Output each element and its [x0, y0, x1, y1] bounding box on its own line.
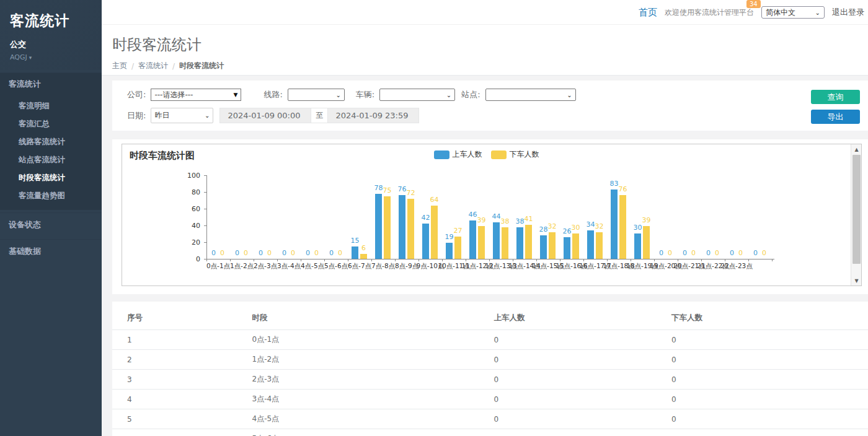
- chevron-down-icon: ⌄: [815, 9, 820, 16]
- table-cell: 0: [671, 350, 868, 370]
- sidebar-item[interactable]: 设备状态: [0, 212, 102, 237]
- bar-boarding[interactable]: [516, 227, 523, 259]
- table-cell: 0: [494, 409, 671, 429]
- bar-boarding[interactable]: [375, 194, 382, 259]
- vehicle-select[interactable]: ⌄: [379, 89, 455, 101]
- bar-boarding[interactable]: [564, 237, 570, 259]
- bar-boarding[interactable]: [540, 235, 547, 259]
- date-to-input[interactable]: 2024-01-09 23:59: [327, 108, 419, 123]
- language-select[interactable]: 简体中文 ⌄: [761, 6, 825, 19]
- bar-boarding[interactable]: [399, 195, 405, 259]
- breadcrumb: 主页/客流统计/时段客流统计: [112, 61, 868, 71]
- table-row[interactable]: 65点-6点00: [112, 429, 868, 436]
- line-select[interactable]: ⌄: [288, 89, 345, 101]
- bar-alighting[interactable]: [596, 232, 603, 259]
- x-tick-mark: [277, 259, 278, 261]
- bar-boarding[interactable]: [422, 224, 429, 259]
- chart-card: 时段车流统计图 上车人数下车人数 020406080100000点-1点001点…: [112, 139, 868, 294]
- bar-boarding[interactable]: [493, 222, 500, 259]
- bar-value-label: 64: [425, 196, 444, 204]
- bar-alighting[interactable]: [454, 237, 461, 259]
- topbar: 首页 欢迎使用客流统计管理平台 34 简体中文 ⌄ 退出登录: [102, 0, 868, 25]
- table-cell: 0: [671, 370, 868, 390]
- bar-boarding[interactable]: [587, 230, 594, 259]
- sidebar-subitem[interactable]: 客流量趋势图: [0, 187, 102, 205]
- home-link[interactable]: 首页: [639, 7, 657, 19]
- bar-alighting[interactable]: [525, 225, 532, 259]
- bar-alighting[interactable]: [407, 199, 414, 259]
- sidebar-section-passenger-stats: 客流统计客流明细客流汇总线路客流统计站点客流统计时段客流统计客流量趋势图: [0, 72, 102, 210]
- x-tick-mark: [607, 259, 608, 261]
- scroll-up-arrow-icon[interactable]: ▲: [851, 144, 862, 154]
- bar-alighting[interactable]: [643, 226, 650, 259]
- user-dropdown[interactable]: AQGJ▾: [10, 53, 93, 61]
- welcome-text: 欢迎使用客流统计管理平台: [665, 7, 754, 18]
- sidebar-subitem[interactable]: 客流明细: [0, 97, 102, 115]
- chevron-down-icon: ⌄: [567, 92, 572, 98]
- bar-boarding[interactable]: [634, 233, 641, 259]
- sidebar-subitem[interactable]: 客流汇总: [0, 115, 102, 133]
- breadcrumb-separator: /: [172, 62, 175, 71]
- table-header-cell: 序号: [112, 307, 252, 330]
- table-header-row: 序号时段上车人数下车人数: [112, 307, 868, 330]
- bar-alighting[interactable]: [572, 233, 579, 259]
- x-tick-mark: [513, 259, 513, 261]
- bar-boarding[interactable]: [611, 190, 618, 259]
- filter-row-1: 公司: ---请选择--- ▼ 线路: ⌄ 车辆: ⌄ 站点:: [127, 89, 868, 101]
- sidebar-submenu: 客流明细客流汇总线路客流统计站点客流统计时段客流统计客流量趋势图: [0, 95, 102, 210]
- x-tick-mark: [725, 259, 725, 261]
- sidebar-item[interactable]: 基础数据: [0, 239, 102, 263]
- date-from-input[interactable]: 2024-01-09 00:00: [219, 108, 311, 123]
- company-select[interactable]: ---请选择--- ▼: [151, 89, 241, 101]
- y-tick-label: 20: [179, 238, 200, 246]
- table-cell: 0: [494, 330, 671, 350]
- table-cell: 6: [112, 429, 252, 436]
- table-row[interactable]: 54点-5点00: [112, 409, 868, 429]
- legend-item[interactable]: 上车人数: [434, 149, 482, 160]
- breadcrumb-item[interactable]: 主页: [112, 61, 127, 71]
- sidebar-subitem[interactable]: 时段客流统计: [0, 169, 102, 187]
- bar-alighting[interactable]: [384, 196, 391, 259]
- scroll-down-arrow-icon[interactable]: ▼: [851, 276, 862, 286]
- date-preset-select[interactable]: 昨日 ⌄: [151, 108, 213, 123]
- logout-link[interactable]: 退出登录: [832, 7, 864, 18]
- sidebar-item-passenger-stats[interactable]: 客流统计: [0, 72, 102, 95]
- main-area: 首页 欢迎使用客流统计管理平台 34 简体中文 ⌄ 退出登录 时段客流统计 主页…: [102, 0, 868, 436]
- table-row[interactable]: 43点-4点00: [112, 390, 868, 409]
- query-button[interactable]: 查询: [811, 90, 860, 104]
- x-tick-mark: [466, 259, 466, 261]
- export-button[interactable]: 导出: [811, 110, 860, 124]
- table-row[interactable]: 21点-2点00: [112, 350, 868, 370]
- x-tick-mark: [772, 259, 773, 261]
- line-label: 线路:: [264, 89, 282, 100]
- scrollbar-thumb[interactable]: [852, 155, 861, 264]
- table-row[interactable]: 32点-3点00: [112, 370, 868, 390]
- table-row[interactable]: 10点-1点00: [112, 330, 868, 350]
- bar-alighting[interactable]: [431, 206, 438, 259]
- bar-alighting[interactable]: [549, 232, 556, 259]
- x-tick-mark: [748, 259, 749, 261]
- sidebar: 客流统计 公交 AQGJ▾ 客流统计客流明细客流汇总线路客流统计站点客流统计时段…: [0, 0, 102, 436]
- bar-alighting[interactable]: [619, 195, 626, 259]
- x-tick-mark: [418, 259, 419, 261]
- legend-item[interactable]: 下车人数: [491, 149, 539, 160]
- bar-boarding[interactable]: [469, 220, 476, 259]
- breadcrumb-item[interactable]: 客流统计: [138, 61, 168, 71]
- table-header-cell: 时段: [252, 307, 494, 330]
- hourly-stats-table: 序号时段上车人数下车人数 10点-1点0021点-2点0032点-3点0043点…: [112, 307, 868, 436]
- bar-boarding[interactable]: [446, 243, 453, 259]
- bar-alighting[interactable]: [502, 227, 508, 259]
- sidebar-subitem[interactable]: 线路客流统计: [0, 133, 102, 151]
- chart-legend: 上车人数下车人数: [122, 149, 851, 160]
- bar-alighting[interactable]: [360, 254, 367, 259]
- x-tick-mark: [301, 259, 301, 261]
- y-tick-label: 100: [179, 172, 200, 180]
- bar-alighting[interactable]: [478, 226, 485, 259]
- legend-swatch-icon: [491, 150, 507, 159]
- sidebar-subitem[interactable]: 站点客流统计: [0, 151, 102, 169]
- table-header-cell: 下车人数: [671, 307, 868, 330]
- x-tick-mark: [324, 259, 325, 261]
- station-select[interactable]: ⌄: [485, 89, 576, 101]
- notification-badge[interactable]: 34: [746, 0, 761, 8]
- chart-vertical-scrollbar[interactable]: ▲ ▼: [851, 144, 861, 286]
